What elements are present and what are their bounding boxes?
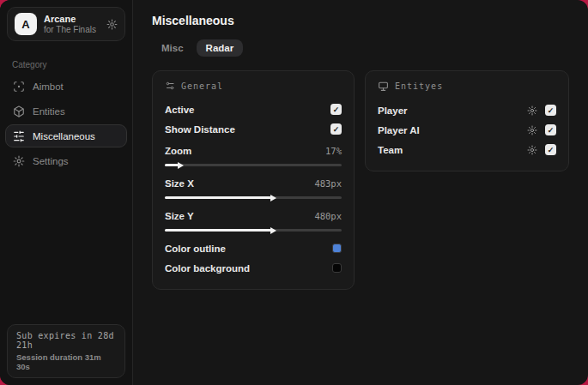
general-panel: General Active ✓ Show Distance ✓ Zoom 17… <box>152 70 355 290</box>
color-label: Color outline <box>165 244 226 254</box>
box-icon <box>13 105 25 117</box>
toggle-label: Active <box>165 105 195 115</box>
slider-thumb[interactable] <box>178 162 184 169</box>
app-logo: A <box>15 13 37 35</box>
sidebar-item-label: Entities <box>33 106 65 117</box>
sidebar-item-label: Miscellaneous <box>33 131 95 141</box>
toggle-row-active: Active ✓ <box>165 99 342 119</box>
entity-row-team: Team ✓ <box>378 140 556 159</box>
check-icon: ✓ <box>548 146 555 154</box>
app-header: A Arcane for The Finals <box>7 7 125 41</box>
crosshair-icon <box>13 81 25 93</box>
gear-icon[interactable] <box>106 19 118 30</box>
entity-label: Player <box>378 105 408 116</box>
slider-thumb[interactable] <box>270 195 276 202</box>
entity-row-player-ai: Player AI ✓ <box>378 120 556 140</box>
slider-value: 480px <box>314 211 342 221</box>
slider-thumb[interactable] <box>270 227 276 234</box>
slider-value: 483px <box>314 178 342 189</box>
sidebar-nav: Aimbot Entities Miscella <box>0 75 132 172</box>
gear-icon <box>13 155 25 167</box>
checkbox-team[interactable]: ✓ <box>545 144 556 155</box>
color-row-background: Color background <box>165 258 342 278</box>
color-row-outline: Color outline <box>165 238 342 258</box>
checkbox-player-ai[interactable]: ✓ <box>545 124 556 135</box>
gear-icon[interactable] <box>527 125 537 135</box>
size-x-slider[interactable] <box>165 196 342 199</box>
sidebar-item-miscellaneous[interactable]: Miscellaneous <box>5 124 127 147</box>
sidebar-item-label: Aimbot <box>33 81 64 92</box>
color-label: Color background <box>165 263 250 274</box>
slider-label: Size X <box>165 178 194 189</box>
checkbox-player[interactable]: ✓ <box>545 105 556 116</box>
color-swatch-outline[interactable] <box>332 244 342 253</box>
entity-label: Team <box>378 145 403 155</box>
session-duration-text: Session duration 31m 30s <box>16 352 116 371</box>
checkbox-show-distance[interactable]: ✓ <box>330 123 342 135</box>
slider-row-size-y: Size Y 480px <box>165 206 342 226</box>
toggle-row-show-distance: Show Distance ✓ <box>165 119 342 139</box>
entity-row-player: Player ✓ <box>378 100 556 120</box>
slider-row-zoom: Zoom 17% <box>165 141 342 160</box>
main-content: Miscellaneous Misc Radar General Active <box>133 0 588 385</box>
toggle-label: Show Distance <box>165 124 235 135</box>
sidebar-item-settings[interactable]: Settings <box>5 149 127 172</box>
sub-expiry-text: Sub expires in 28d 21h <box>16 331 116 350</box>
size-y-slider[interactable] <box>165 229 342 232</box>
check-icon: ✓ <box>548 126 555 135</box>
gear-icon[interactable] <box>527 145 537 155</box>
entity-label: Player AI <box>378 125 420 135</box>
slider-label: Zoom <box>165 146 191 156</box>
page-title: Miscellaneous <box>152 14 569 27</box>
panel-title: Entityes <box>395 81 443 91</box>
settings-sliders-icon <box>165 81 175 91</box>
tab-bar: Misc Radar <box>152 39 569 57</box>
sidebar-item-entities[interactable]: Entities <box>5 99 127 123</box>
check-icon: ✓ <box>333 125 340 134</box>
check-icon: ✓ <box>548 106 555 115</box>
sidebar-item-aimbot[interactable]: Aimbot <box>5 75 127 98</box>
monitor-icon <box>378 81 389 92</box>
sidebar: A Arcane for The Finals Category <box>0 0 133 385</box>
slider-label: Size Y <box>165 211 194 221</box>
slider-row-size-x: Size X 483px <box>165 173 342 193</box>
app-subtitle: for The Finals <box>44 25 100 35</box>
tab-misc[interactable]: Misc <box>152 39 193 57</box>
entities-panel: Entityes Player ✓ <box>365 70 569 171</box>
app-window: A Arcane for The Finals Category <box>0 0 588 385</box>
panel-title: General <box>181 81 223 91</box>
category-label: Category <box>12 60 120 69</box>
color-swatch-background[interactable] <box>332 263 342 273</box>
checkbox-active[interactable]: ✓ <box>330 104 342 115</box>
sliders-icon <box>13 130 25 142</box>
check-icon: ✓ <box>333 105 340 114</box>
gear-icon[interactable] <box>527 105 537 116</box>
subscription-card: Sub expires in 28d 21h Session duration … <box>7 324 125 378</box>
zoom-slider[interactable] <box>165 164 342 166</box>
tab-radar[interactable]: Radar <box>197 39 244 57</box>
slider-value: 17% <box>325 146 342 156</box>
app-name: Arcane <box>44 14 100 25</box>
sidebar-item-label: Settings <box>33 156 69 166</box>
